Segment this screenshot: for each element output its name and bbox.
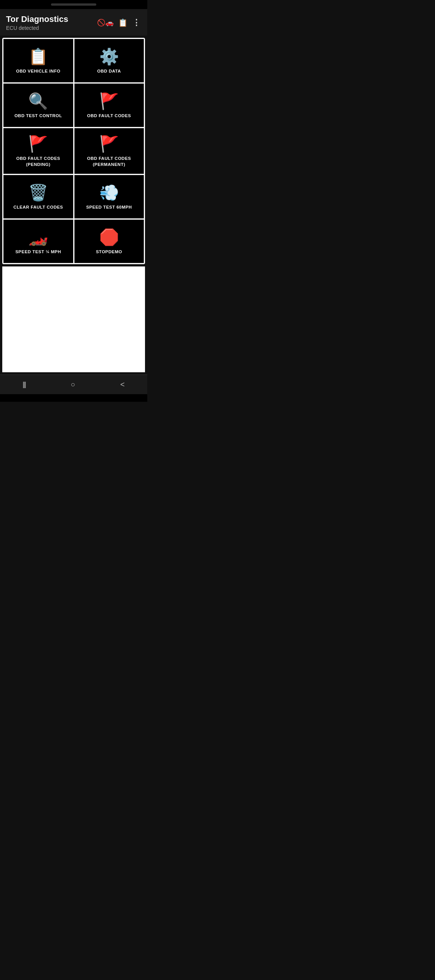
clipboard-icon[interactable]: 📋 [118,18,128,27]
header: Tor Diagnostics ECU detected 🚫🚗 📋 ⋮ [0,9,147,35]
grid-item-speed-test-quarter[interactable]: 🏎️SPEED TEST ¼ MPH [3,220,73,263]
grid-item-obd-test-control[interactable]: 🔍OBD TEST CONTROL [3,84,73,127]
status-bar [0,0,147,9]
header-left: Tor Diagnostics ECU detected [6,14,68,31]
recents-button[interactable]: ||| [14,377,35,391]
grid-item-obd-data[interactable]: ⚙️OBD DATA [75,39,144,83]
obd-fault-codes-label: OBD FAULT CODES [87,113,131,119]
speed-test-60mph-label: SPEED TEST 60MPH [86,204,132,210]
ecu-status: ECU detected [6,25,68,31]
obd-test-control-icon: 🔍 [28,93,48,109]
obd-fault-codes-permanent-icon: 🚩 [99,136,119,152]
speed-test-quarter-label: SPEED TEST ¼ MPH [16,249,61,255]
obd-data-icon: ⚙️ [99,49,119,65]
obd-vehicle-info-label: OBD VEHICLE INFO [16,68,60,75]
notch [51,3,96,6]
speed-test-60mph-icon: 💨 [99,185,119,201]
obd-fault-codes-pending-label: OBD FAULT CODES (PENDING) [8,156,69,167]
clear-fault-codes-label: CLEAR FAULT CODES [13,204,63,210]
stopdemo-label: STOPDEMO [96,249,122,255]
grid-item-clear-fault-codes[interactable]: 🗑️CLEAR FAULT CODES [3,175,73,218]
obd-fault-codes-permanent-label: OBD FAULT CODES (PERMANENT) [79,156,140,167]
grid-item-obd-vehicle-info[interactable]: 📋OBD VEHICLE INFO [3,39,73,83]
car-off-icon[interactable]: 🚫🚗 [97,19,114,27]
stopdemo-icon: 🛑 [99,229,119,245]
grid-bottom-space [2,266,145,372]
app-title: Tor Diagnostics [6,14,68,24]
obd-vehicle-info-icon: 📋 [28,49,48,65]
navigation-bar: ||| ○ < [0,375,147,394]
back-button[interactable]: < [111,377,134,392]
obd-fault-codes-icon: 🚩 [99,93,119,109]
obd-test-control-label: OBD TEST CONTROL [14,113,62,119]
speed-test-quarter-icon: 🏎️ [28,229,48,245]
grid-item-stopdemo[interactable]: 🛑STOPDEMO [75,220,144,263]
obd-fault-codes-pending-icon: 🚩 [28,136,48,152]
system-bar [0,394,147,402]
home-button[interactable]: ○ [62,377,84,392]
grid-item-obd-fault-codes-permanent[interactable]: 🚩OBD FAULT CODES (PERMANENT) [75,128,144,174]
header-icons: 🚫🚗 📋 ⋮ [97,18,141,28]
grid-item-obd-fault-codes[interactable]: 🚩OBD FAULT CODES [75,84,144,127]
obd-data-label: OBD DATA [97,68,121,75]
main-grid: 📋OBD VEHICLE INFO⚙️OBD DATA🔍OBD TEST CON… [2,38,145,264]
grid-item-speed-test-60mph[interactable]: 💨SPEED TEST 60MPH [75,175,144,218]
more-options-icon[interactable]: ⋮ [132,18,141,28]
grid-item-obd-fault-codes-pending[interactable]: 🚩OBD FAULT CODES (PENDING) [3,128,73,174]
clear-fault-codes-icon: 🗑️ [28,185,48,201]
